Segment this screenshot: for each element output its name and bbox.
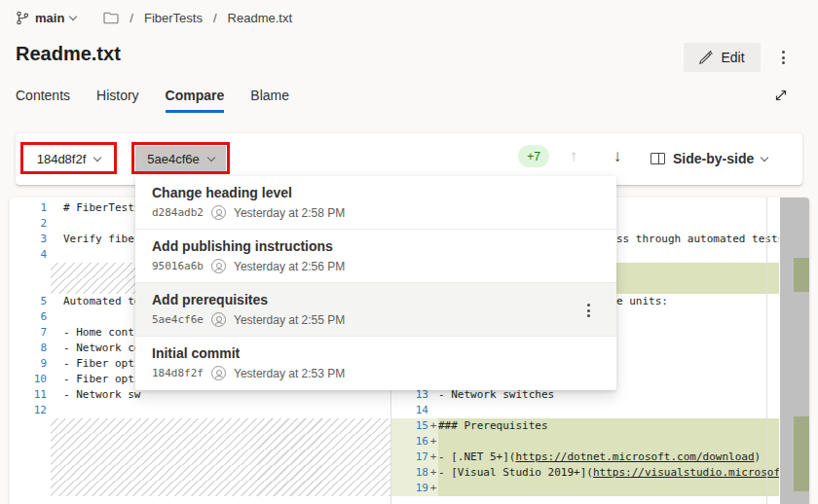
page-title: Readme.txt	[16, 43, 121, 65]
code-link: https://dotnet.microsoft.com/download	[515, 450, 754, 463]
base-commit-dropdown[interactable]: 184d8f2f	[25, 146, 112, 171]
diff-filler-row	[10, 418, 390, 434]
line-number: 6	[10, 309, 47, 325]
avatar	[211, 205, 226, 220]
diff-filler-row	[10, 465, 390, 481]
next-diff-button[interactable]: ↓	[605, 144, 630, 169]
added-line-marker: +	[428, 434, 438, 450]
line-number: 9	[10, 356, 47, 372]
more-actions-button[interactable]	[773, 47, 793, 68]
chevron-down-icon	[93, 153, 101, 161]
breadcrumb-folder[interactable]: FiberTests	[144, 11, 203, 25]
added-lines-badge: +7	[518, 145, 549, 167]
branch-name: main	[35, 11, 64, 25]
tab-contents[interactable]: Contents	[16, 88, 70, 113]
chevron-down-icon	[69, 12, 77, 19]
fullscreen-toggle-icon[interactable]	[771, 86, 791, 105]
breadcrumb-file[interactable]: Readme.txt	[228, 11, 292, 25]
breadcrumb: main / FiberTests / Readme.txt	[16, 7, 292, 28]
line-number: 4	[10, 247, 47, 263]
compare-commit-dropdown[interactable]: 5ae4cf6e	[135, 146, 226, 171]
commit-time: Yesterday at 2:53 PM	[234, 367, 345, 380]
diff-marker	[794, 416, 809, 491]
avatar	[211, 259, 226, 273]
chevron-down-icon	[761, 153, 768, 161]
code-text	[47, 403, 63, 418]
commit-hash: 95016a6b	[152, 260, 204, 272]
line-number: 8	[10, 341, 47, 356]
code-line: 16+	[391, 434, 779, 450]
code-line: 12	[10, 403, 390, 418]
file-tabs: ContentsHistoryCompareBlame	[16, 88, 289, 113]
code-text: ### Prerequisites	[438, 418, 548, 434]
code-line: 18+- [Visual Studio 2019+](https://visua…	[391, 465, 779, 481]
tab-history[interactable]: History	[96, 88, 139, 113]
added-line-marker: +	[428, 418, 438, 434]
view-mode-selector[interactable]: Side-by-side	[651, 146, 767, 171]
pencil-icon	[699, 51, 714, 65]
commit-title: Add prerequisites	[152, 292, 601, 307]
compare-commit-label: 5ae4cf6e	[147, 152, 200, 166]
avatar	[211, 312, 226, 327]
branch-selector[interactable]: main	[16, 11, 76, 25]
code-line: 15+### Prerequisites	[391, 418, 779, 434]
commit-menu-item[interactable]: Add prerequisites5ae4cf6eYesterday at 2:…	[135, 283, 616, 337]
commit-title: Change heading level	[152, 185, 601, 200]
line-number: 7	[10, 325, 47, 341]
diff-filler-row	[10, 450, 390, 465]
commit-menu-item[interactable]: Add publishing instructions95016a6bYeste…	[135, 230, 616, 283]
code-text: - Fiber opti	[47, 372, 140, 387]
added-line-marker: +	[428, 465, 438, 481]
line-number: 3	[10, 232, 47, 247]
line-number: 16	[391, 434, 428, 450]
code-link: https://visualstudio.microsoft	[593, 466, 779, 479]
line-number: 2	[10, 216, 47, 232]
commit-meta: 184d8f2fYesterday at 2:53 PM	[152, 366, 601, 380]
line-number: 15	[391, 418, 428, 434]
commit-meta: 5ae4cf6eYesterday at 2:55 PM	[152, 312, 601, 327]
commit-meta: d284adb2Yesterday at 2:58 PM	[152, 205, 601, 220]
tab-compare[interactable]: Compare	[166, 88, 225, 113]
code-text: Verify fiber	[47, 232, 140, 247]
code-text: # FiberTests	[47, 200, 140, 216]
code-line: 19+	[391, 481, 779, 496]
line-number: 5	[10, 294, 47, 309]
avatar	[211, 366, 226, 380]
commit-title: Initial commit	[152, 345, 601, 361]
line-number: 17	[391, 450, 428, 465]
git-branch-icon	[16, 11, 29, 25]
code-text	[47, 309, 63, 325]
commit-title: Add publishing instructions	[152, 238, 601, 254]
code-text: Automated te	[47, 294, 140, 309]
commit-meta: 95016a6bYesterday at 2:56 PM	[152, 259, 601, 273]
commit-hash: d284adb2	[152, 206, 204, 219]
added-line-marker: +	[428, 481, 438, 496]
line-number: 11	[10, 387, 47, 403]
base-commit-label: 184d8f2f	[37, 152, 87, 166]
previous-diff-button[interactable]: ↑	[561, 144, 586, 169]
line-number: 14	[391, 403, 428, 418]
commit-hash: 5ae4cf6e	[152, 313, 204, 326]
code-text: - Home contr	[47, 325, 140, 341]
code-text	[47, 247, 63, 263]
tab-blame[interactable]: Blame	[250, 88, 289, 113]
code-text: - [.NET 5+](https://dotnet.microsoft.com…	[438, 450, 761, 465]
side-by-side-icon	[651, 153, 665, 164]
commit-menu-item[interactable]: Initial commit184d8f2fYesterday at 2:53 …	[135, 337, 616, 390]
line-number: 18	[391, 465, 428, 481]
diff-filler-row	[10, 481, 390, 496]
view-mode-label: Side-by-side	[673, 151, 754, 166]
content-edge-line	[766, 198, 767, 504]
diff-overview-scrollbar[interactable]	[780, 198, 809, 504]
line-number: 19	[391, 481, 428, 496]
diff-filler-row	[10, 434, 390, 450]
line-number: 1	[10, 200, 47, 216]
commit-item-more-button[interactable]	[581, 303, 595, 318]
path-separator: /	[119, 11, 144, 25]
commit-menu-item[interactable]: Change heading leveld284adb2Yesterday at…	[135, 176, 616, 230]
code-line: 14	[391, 403, 779, 418]
path-separator: /	[203, 11, 228, 25]
edit-button[interactable]: Edit	[684, 43, 761, 72]
diff-marker	[794, 258, 809, 292]
folder-icon	[103, 12, 119, 24]
